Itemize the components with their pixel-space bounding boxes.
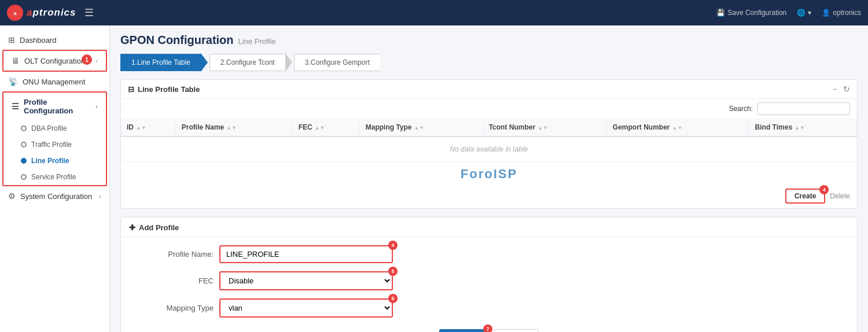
fec-badge: 5 xyxy=(388,267,398,276)
profile-name-label: Profile Name: xyxy=(133,250,214,259)
olt-icon: 🖥 xyxy=(12,56,20,65)
profile-arrow-icon: ‹ xyxy=(95,103,98,110)
traffic-dot-icon xyxy=(21,142,27,147)
create-button-wrap: Create 4 xyxy=(785,189,825,204)
search-label: Search: xyxy=(729,105,753,113)
globe-button[interactable]: 🌐 ▾ xyxy=(797,9,811,17)
save-config-button[interactable]: 💾 Save Configuration xyxy=(716,9,786,17)
add-profile-card: ✚ Add Profile Profile Name: 4 FEC xyxy=(120,217,858,332)
add-profile-icon: ✚ xyxy=(129,223,135,232)
page-subtitle: Line Profile xyxy=(238,37,276,46)
form-buttons: Submit 7 Cancel xyxy=(133,326,845,332)
card-title: ⊟ Line Profile Table xyxy=(128,85,200,94)
page-title: GPON Configuration xyxy=(120,34,234,47)
col-profile-name: Profile Name▲▼ xyxy=(175,119,292,137)
col-tcont: Tcont Number▲▼ xyxy=(483,119,606,137)
navbar-right: 💾 Save Configuration 🌐 ▾ 👤 optronics xyxy=(716,9,861,17)
tab-step3[interactable]: 3.Configure Gemport xyxy=(294,54,380,71)
col-bind-times: Bind Times▲▼ xyxy=(749,119,856,137)
sort-icon-profile: ▲▼ xyxy=(226,125,237,131)
onu-icon: 📡 xyxy=(8,77,18,86)
col-mapping-type: Mapping Type▲▼ xyxy=(359,119,483,137)
profile-section-highlight: ☰ Profile Configuration ‹ DBA Profile Tr… xyxy=(2,91,107,186)
user-button[interactable]: 👤 optronics xyxy=(822,9,861,17)
sort-icon-gemport: ▲▼ xyxy=(672,125,682,131)
sort-icon-tcont: ▲▼ xyxy=(538,125,548,131)
sort-icon-mapping: ▲▼ xyxy=(414,125,425,131)
mapping-type-select[interactable]: vlan gem priority xyxy=(219,298,393,318)
sidebar-item-dashboard[interactable]: ⊞ Dashboard xyxy=(0,30,109,50)
add-profile-header: ✚ Add Profile xyxy=(121,217,857,237)
navbar-left: a aptronics ☰ xyxy=(7,5,94,21)
form-row-profile-name: Profile Name: 4 xyxy=(133,245,845,263)
mapping-type-wrap: vlan gem priority 6 xyxy=(219,298,393,318)
sidebar-item-line-profile[interactable]: Line Profile xyxy=(3,153,106,169)
tab-step1[interactable]: 1.Line Profile Table xyxy=(120,54,201,71)
navbar: a aptronics ☰ 💾 Save Configuration 🌐 ▾ 👤… xyxy=(0,0,868,25)
main-layout: ⊞ Dashboard 🖥 OLT Configuration ‹ 1 📡 ON… xyxy=(0,25,868,332)
no-data-row: No data available in table xyxy=(121,137,857,162)
form-row-mapping-type: Mapping Type vlan gem priority 6 xyxy=(133,298,845,318)
step-tabs: 1.Line Profile Table 2.Configure Tcont 3… xyxy=(120,54,858,71)
tab-step2[interactable]: 2.Configure Tcont xyxy=(209,54,286,71)
logo: a aptronics xyxy=(7,5,76,21)
olt-arrow-icon: ‹ xyxy=(95,57,98,64)
dba-dot-icon xyxy=(21,126,27,131)
sidebar-item-system-config[interactable]: ⚙ System Configuration ‹ xyxy=(0,186,109,206)
globe-icon: 🌐 xyxy=(797,9,806,17)
system-icon: ⚙ xyxy=(8,191,16,201)
minimize-icon[interactable]: − xyxy=(833,84,837,94)
mapping-type-label: Mapping Type xyxy=(133,304,214,312)
profile-name-input[interactable] xyxy=(219,245,393,263)
card-actions: − ↻ xyxy=(833,84,850,94)
delete-button[interactable]: Delete xyxy=(830,189,850,204)
sort-icon-id: ▲▼ xyxy=(136,125,146,131)
table-actions: Create 4 Delete xyxy=(121,184,857,208)
submit-badge: 7 xyxy=(483,324,492,332)
table-icon: ⊟ xyxy=(128,85,134,94)
content-area: GPON Configuration Line Profile 1.Line P… xyxy=(110,25,868,332)
profile-icon: ☰ xyxy=(12,102,19,111)
card-header: ⊟ Line Profile Table − ↻ xyxy=(121,80,857,99)
submit-button[interactable]: Submit xyxy=(439,329,488,332)
user-icon: 👤 xyxy=(822,9,830,17)
save-icon: 💾 xyxy=(716,9,725,17)
olt-badge: 1 xyxy=(82,54,92,65)
search-row: Search: xyxy=(121,99,857,119)
col-gemport: Gemport Number▲▼ xyxy=(606,119,749,137)
profile-name-wrap: 4 xyxy=(219,245,393,263)
sidebar-item-service-profile[interactable]: Service Profile xyxy=(3,169,106,185)
hamburger-icon[interactable]: ☰ xyxy=(84,6,94,19)
sidebar-item-traffic-profile[interactable]: Traffic Profile xyxy=(3,137,106,153)
mapping-badge: 6 xyxy=(388,294,398,303)
sidebar-item-olt-config[interactable]: 🖥 OLT Configuration ‹ 1 xyxy=(3,51,106,71)
logo-icon: a xyxy=(7,5,23,21)
search-input[interactable] xyxy=(757,102,850,115)
profile-name-badge: 4 xyxy=(388,241,398,250)
system-arrow-icon: ‹ xyxy=(99,193,101,200)
sidebar-item-onu-mgmt[interactable]: 📡 ONU Management xyxy=(0,72,109,91)
fec-wrap: Disable Enable 5 xyxy=(219,271,393,290)
fec-label: FEC xyxy=(133,276,214,285)
col-id: ID▲▼ xyxy=(121,119,175,137)
line-profile-table-card: ⊟ Line Profile Table − ↻ Search: ID▲▼ xyxy=(120,79,858,209)
refresh-icon[interactable]: ↻ xyxy=(843,84,850,94)
cancel-button[interactable]: Cancel xyxy=(494,329,539,332)
sidebar: ⊞ Dashboard 🖥 OLT Configuration ‹ 1 📡 ON… xyxy=(0,25,110,332)
create-badge: 4 xyxy=(819,185,829,194)
watermark: ForoISP xyxy=(121,162,857,184)
olt-section-highlight: 🖥 OLT Configuration ‹ 1 xyxy=(2,50,107,72)
fec-select[interactable]: Disable Enable xyxy=(219,271,393,290)
sort-icon-fec: ▲▼ xyxy=(315,125,325,131)
service-dot-icon xyxy=(21,174,27,180)
page-header: GPON Configuration Line Profile xyxy=(120,34,858,47)
sort-icon-bind: ▲▼ xyxy=(795,125,805,131)
line-profile-table: ID▲▼ Profile Name▲▼ FEC▲▼ Mapping Type▲▼… xyxy=(121,119,857,162)
submit-button-wrap: Submit 7 xyxy=(439,329,488,332)
sidebar-item-dba-profile[interactable]: DBA Profile xyxy=(3,120,106,137)
sidebar-item-profile-config[interactable]: ☰ Profile Configuration ‹ xyxy=(3,93,106,120)
col-fec: FEC▲▼ xyxy=(292,119,359,137)
logo-text: aptronics xyxy=(27,7,76,19)
dashboard-icon: ⊞ xyxy=(8,35,15,45)
form-section: Profile Name: 4 FEC Disable Enable 5 xyxy=(121,237,857,332)
